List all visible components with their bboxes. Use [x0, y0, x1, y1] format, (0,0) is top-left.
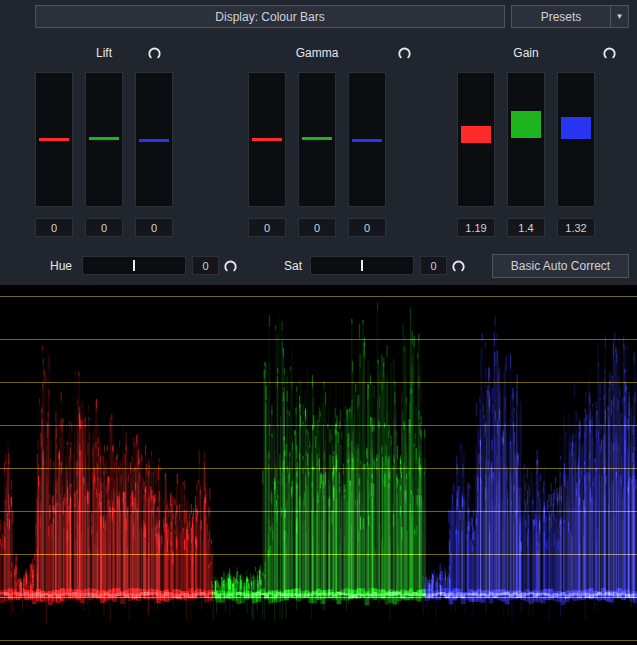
gamma-red-slider[interactable] — [248, 72, 286, 207]
lift-reset-icon[interactable] — [146, 44, 162, 60]
gamma-green-slider[interactable] — [298, 72, 336, 207]
gain-group: Gain 1.19 1.4 1.32 — [457, 42, 595, 237]
lift-red-value[interactable]: 0 — [35, 218, 73, 237]
gain-blue-handle[interactable] — [561, 117, 591, 139]
lift-green-handle[interactable] — [89, 137, 119, 140]
hue-slider[interactable] — [82, 256, 186, 275]
gain-red-handle[interactable] — [461, 126, 491, 143]
gamma-green-handle[interactable] — [302, 137, 332, 140]
gain-label: Gain — [457, 46, 595, 60]
gamma-red-value[interactable]: 0 — [248, 218, 286, 237]
presets-dropdown-button[interactable]: Presets ▾ — [511, 5, 629, 28]
sat-slider[interactable] — [310, 256, 414, 275]
basic-auto-correct-button[interactable]: Basic Auto Correct — [492, 254, 629, 278]
lift-blue-value[interactable]: 0 — [135, 218, 173, 237]
gamma-blue-value[interactable]: 0 — [348, 218, 386, 237]
display-mode-label: Display: Colour Bars — [215, 10, 324, 24]
lift-green-value[interactable]: 0 — [85, 218, 123, 237]
gain-blue-value[interactable]: 1.32 — [557, 218, 595, 237]
lift-header: Lift — [35, 42, 173, 66]
lift-blue-slider[interactable] — [135, 72, 173, 207]
gamma-blue-slider[interactable] — [348, 72, 386, 207]
lift-blue-handle[interactable] — [139, 139, 169, 142]
gain-green-slider[interactable] — [507, 72, 545, 207]
gamma-reset-icon[interactable] — [396, 44, 412, 60]
sat-reset-icon[interactable] — [450, 257, 466, 273]
hue-reset-icon[interactable] — [222, 257, 238, 273]
gamma-label: Gamma — [248, 46, 386, 60]
gain-blue-slider[interactable] — [557, 72, 595, 207]
gain-header: Gain — [457, 42, 595, 66]
lift-group: Lift 0 0 0 — [35, 42, 173, 237]
gamma-header: Gamma — [248, 42, 386, 66]
gamma-blue-handle[interactable] — [352, 139, 382, 142]
hue-label: Hue — [50, 259, 72, 273]
chevron-down-icon[interactable]: ▾ — [611, 6, 628, 27]
gain-red-value[interactable]: 1.19 — [457, 218, 495, 237]
basic-auto-correct-label: Basic Auto Correct — [511, 259, 610, 273]
gain-red-slider[interactable] — [457, 72, 495, 207]
gamma-green-value[interactable]: 0 — [298, 218, 336, 237]
lift-green-slider[interactable] — [85, 72, 123, 207]
lift-red-slider[interactable] — [35, 72, 73, 207]
gamma-red-handle[interactable] — [252, 138, 282, 141]
sat-slider-handle[interactable] — [361, 260, 363, 271]
gamma-group: Gamma 0 0 0 — [248, 42, 386, 237]
gain-green-value[interactable]: 1.4 — [507, 218, 545, 237]
rgb-parade-waveform-scope — [0, 285, 637, 645]
display-mode-button[interactable]: Display: Colour Bars — [35, 5, 505, 28]
sat-value[interactable]: 0 — [420, 256, 447, 275]
gain-green-handle[interactable] — [511, 111, 541, 138]
hue-value[interactable]: 0 — [192, 256, 219, 275]
sat-label: Sat — [284, 259, 302, 273]
presets-label: Presets — [512, 10, 610, 24]
gain-reset-icon[interactable] — [601, 44, 617, 60]
hue-slider-handle[interactable] — [133, 260, 135, 271]
lift-red-handle[interactable] — [39, 138, 69, 141]
